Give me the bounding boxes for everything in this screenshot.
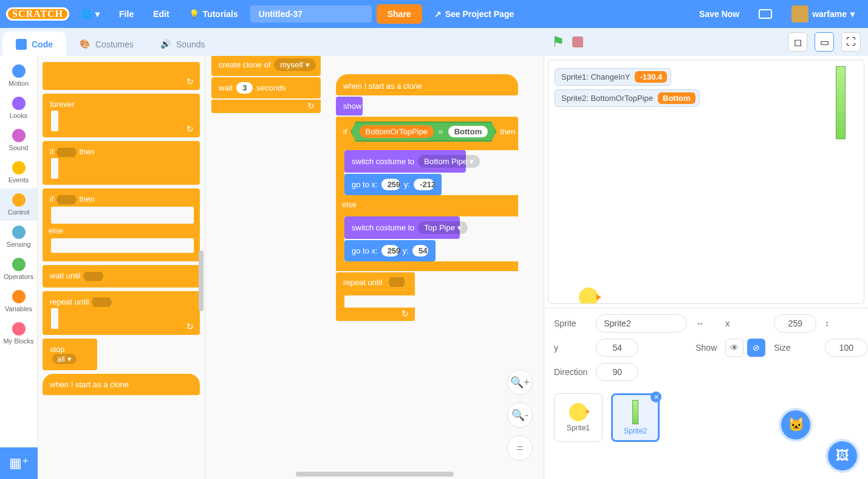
block-label: stop <box>50 345 65 354</box>
fullscreen-button[interactable]: ⛶ <box>841 32 861 52</box>
large-stage-button[interactable]: ▭ <box>815 32 834 52</box>
cat-plus-icon: 🐱 <box>788 417 804 433</box>
category-sound[interactable]: Sound <box>0 124 37 156</box>
category-control[interactable]: Control <box>0 188 37 221</box>
category-events[interactable]: Events <box>0 156 37 188</box>
block-if-else[interactable]: if BottomOrTopPipe = Bottom then switch … <box>336 117 518 271</box>
menu-bar: SCRATCH 🌐▾ File Edit 💡Tutorials Untitled… <box>0 0 868 28</box>
dropdown[interactable]: Top Pipe ▾ <box>418 221 468 234</box>
palette-block-repeat-end[interactable]: ↻ <box>43 62 200 90</box>
block-goto-xy[interactable]: go to x:259y:-212 <box>344 174 442 195</box>
block-label-else: else <box>49 226 63 235</box>
stop-button[interactable] <box>572 36 583 47</box>
palette-block-stop[interactable]: stop all ▾ <box>43 339 97 370</box>
image-plus-icon: 🖼 <box>836 448 849 464</box>
loop-arrow-icon: ↻ <box>307 101 315 109</box>
number-input[interactable]: 3 <box>236 82 253 94</box>
account-menu[interactable]: warfame▾ <box>784 2 862 26</box>
sprite-direction-input[interactable] <box>596 363 638 381</box>
palette-block-wait-until[interactable]: wait until <box>43 265 200 288</box>
text-input[interactable]: Bottom <box>448 126 488 137</box>
visibility-hide-button[interactable]: ⊘ <box>747 339 765 357</box>
language-menu[interactable]: 🌐▾ <box>74 5 107 22</box>
sprite-x-input[interactable] <box>774 314 816 333</box>
boolean-slot <box>91 297 112 307</box>
looks-dot-icon <box>12 97 26 110</box>
palette-block-if-else[interactable]: ifthen else <box>43 188 200 261</box>
share-button[interactable]: Share <box>377 4 422 24</box>
tab-costumes[interactable]: 🎨Costumes <box>66 32 147 56</box>
sprite-thumbnail-sprite1[interactable]: Sprite1 <box>554 393 603 442</box>
variable-monitor[interactable]: Sprite1: ChangeInY-130.4 <box>555 68 671 86</box>
block-repeat-until[interactable]: repeat until ↻ <box>336 272 415 321</box>
see-project-page-button[interactable]: ↗See Project Page <box>427 5 522 22</box>
category-motion[interactable]: Motion <box>0 60 37 92</box>
zoom-in-button[interactable]: 🔍+ <box>507 370 533 395</box>
tab-code[interactable]: Code <box>2 32 66 56</box>
number-input[interactable]: 54 <box>412 245 428 257</box>
script-when-clone[interactable]: when I start as a clone show if BottomOr… <box>336 74 518 322</box>
palette-block-repeat-until[interactable]: repeat until↻ <box>43 291 200 335</box>
block-label: y: <box>403 246 409 255</box>
palette-block-when-clone[interactable]: when I start as a clone <box>43 374 200 395</box>
tab-sounds[interactable]: 🔊Sounds <box>147 32 218 56</box>
monitor-value: Bottom <box>658 92 695 104</box>
block-palette: ↻ forever↻ ifthen ifthen else wait until… <box>38 56 205 479</box>
stage[interactable]: Sprite1: ChangeInY-130.4 Sprite2: Bottom… <box>548 60 864 304</box>
block-category-rail: Motion Looks Sound Events Control Sensin… <box>0 56 38 479</box>
boolean-slot <box>388 277 405 287</box>
scratch-logo[interactable]: SCRATCH <box>6 7 69 21</box>
tutorials-button[interactable]: 💡Tutorials <box>182 5 245 22</box>
dropdown[interactable]: Bottom Pipe ▾ <box>418 155 480 168</box>
file-menu[interactable]: File <box>112 5 141 22</box>
sprite-name-label: Sprite <box>554 319 587 328</box>
mystuff-button[interactable] <box>751 5 779 22</box>
project-name-input[interactable]: Untitled-37 <box>250 5 372 22</box>
number-input[interactable]: 259 <box>381 179 400 190</box>
loop-arrow-icon: ↻ <box>186 322 194 331</box>
sprite-size-input[interactable] <box>825 339 867 357</box>
palette-block-if[interactable]: ifthen <box>43 141 200 185</box>
zoom-reset-button[interactable]: = <box>507 435 533 461</box>
stage-sprite-pipe[interactable] <box>836 66 846 139</box>
dropdown[interactable]: myself ▾ <box>274 58 316 71</box>
block-label: repeat until <box>343 278 382 287</box>
variables-dot-icon <box>12 290 26 303</box>
workspace-scrollbar-horizontal[interactable] <box>296 472 454 477</box>
green-flag-button[interactable]: ⚑ <box>552 33 565 50</box>
block-show[interactable]: show <box>336 97 363 115</box>
add-sprite-button[interactable]: 🐱 <box>781 410 810 439</box>
variable-monitor[interactable]: Sprite2: BottomOrTopPipeBottom <box>555 89 700 107</box>
category-looks[interactable]: Looks <box>0 92 37 124</box>
visibility-show-button[interactable]: 👁 <box>725 339 743 357</box>
category-sensing[interactable]: Sensing <box>0 221 37 253</box>
sprite-name-input[interactable] <box>596 314 687 333</box>
edit-menu[interactable]: Edit <box>146 5 176 22</box>
category-label: Sound <box>9 144 29 151</box>
block-switch-costume[interactable]: switch costume toBottom Pipe ▾ <box>344 150 466 173</box>
sprite-y-input[interactable] <box>596 339 638 357</box>
number-input[interactable]: -212 <box>414 179 434 190</box>
block-goto-xy[interactable]: go to x:259y:54 <box>344 240 436 261</box>
zoom-out-button[interactable]: 🔍- <box>507 402 533 428</box>
add-backdrop-button[interactable]: 🖼 <box>828 441 857 470</box>
category-myblocks[interactable]: My Blocks <box>0 317 37 350</box>
category-operators[interactable]: Operators <box>0 253 37 285</box>
small-stage-button[interactable]: ◻ <box>788 32 807 52</box>
save-now-button[interactable]: Save Now <box>692 5 747 22</box>
block-switch-costume[interactable]: switch costume toTop Pipe ▾ <box>344 216 460 239</box>
block-when-start-clone[interactable]: when I start as a clone <box>336 74 518 95</box>
operator-equals[interactable]: BottomOrTopPipe = Bottom <box>351 122 497 142</box>
stage-header: ⚑ ◻ ▭ ⛶ <box>544 28 868 56</box>
sprite-thumbnail-sprite2[interactable]: ✕ Sprite2 <box>611 393 660 442</box>
number-input[interactable]: 259 <box>381 245 399 257</box>
script-create-clone-loop[interactable]: create clone ofmyself ▾ wait3seconds ↻ <box>211 56 321 113</box>
stage-sprite-bird[interactable] <box>579 288 598 304</box>
variable-reporter[interactable]: BottomOrTopPipe <box>360 125 434 138</box>
workspace[interactable]: create clone ofmyself ▾ wait3seconds ↻ w… <box>205 56 544 479</box>
category-variables[interactable]: Variables <box>0 285 37 317</box>
palette-block-forever[interactable]: forever↻ <box>43 94 200 137</box>
delete-sprite-button[interactable]: ✕ <box>651 391 661 402</box>
loop-arrow-icon: ↻ <box>186 77 194 86</box>
palette-scrollbar[interactable] <box>199 250 203 311</box>
